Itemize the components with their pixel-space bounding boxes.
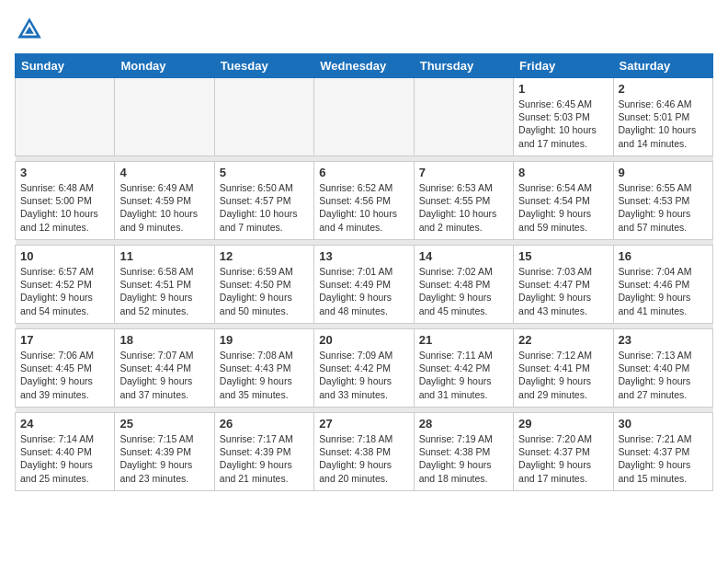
day-info: Sunrise: 6:48 AM Sunset: 5:00 PM Dayligh… — [20, 181, 109, 234]
day-number: 26 — [220, 417, 309, 431]
calendar-day-cell — [414, 78, 513, 156]
calendar-day-cell: 12Sunrise: 6:59 AM Sunset: 4:50 PM Dayli… — [214, 246, 313, 324]
day-info: Sunrise: 7:21 AM Sunset: 4:37 PM Dayligh… — [619, 432, 708, 485]
calendar-day-cell: 20Sunrise: 7:09 AM Sunset: 4:42 PM Dayli… — [314, 329, 414, 408]
calendar-day-cell: 30Sunrise: 7:21 AM Sunset: 4:37 PM Dayli… — [613, 413, 712, 491]
day-number: 16 — [619, 249, 708, 263]
calendar-day-cell: 13Sunrise: 7:01 AM Sunset: 4:49 PM Dayli… — [314, 246, 414, 324]
day-info: Sunrise: 6:53 AM Sunset: 4:55 PM Dayligh… — [419, 181, 508, 234]
calendar-week-row: 3Sunrise: 6:48 AM Sunset: 5:00 PM Daylig… — [16, 162, 713, 240]
page-header — [15, 15, 713, 44]
day-number: 10 — [20, 249, 109, 263]
day-number: 13 — [319, 249, 408, 263]
day-number: 30 — [619, 417, 708, 431]
calendar-day-cell: 19Sunrise: 7:08 AM Sunset: 4:43 PM Dayli… — [214, 329, 313, 408]
calendar-day-cell: 5Sunrise: 6:50 AM Sunset: 4:57 PM Daylig… — [214, 162, 313, 240]
day-number: 5 — [220, 166, 309, 179]
day-number: 25 — [119, 417, 209, 431]
calendar-day-cell: 17Sunrise: 7:06 AM Sunset: 4:45 PM Dayli… — [16, 329, 115, 408]
calendar-day-cell: 26Sunrise: 7:17 AM Sunset: 4:39 PM Dayli… — [214, 413, 313, 491]
calendar-day-cell: 29Sunrise: 7:20 AM Sunset: 4:37 PM Dayli… — [514, 413, 613, 491]
day-info: Sunrise: 7:13 AM Sunset: 4:40 PM Dayligh… — [619, 349, 708, 401]
day-number: 22 — [518, 333, 608, 347]
day-info: Sunrise: 6:52 AM Sunset: 4:56 PM Dayligh… — [319, 181, 408, 234]
day-info: Sunrise: 7:12 AM Sunset: 4:41 PM Dayligh… — [518, 349, 608, 401]
day-number: 27 — [319, 417, 408, 431]
calendar-day-cell: 25Sunrise: 7:15 AM Sunset: 4:39 PM Dayli… — [115, 413, 214, 491]
calendar-day-cell: 16Sunrise: 7:04 AM Sunset: 4:46 PM Dayli… — [613, 246, 712, 324]
calendar-day-cell: 9Sunrise: 6:55 AM Sunset: 4:53 PM Daylig… — [613, 162, 712, 240]
calendar-day-cell: 23Sunrise: 7:13 AM Sunset: 4:40 PM Dayli… — [613, 329, 712, 408]
weekday-header: Sunday — [16, 54, 115, 78]
calendar-day-cell: 8Sunrise: 6:54 AM Sunset: 4:54 PM Daylig… — [514, 162, 613, 240]
day-number: 6 — [319, 166, 408, 179]
calendar-day-cell: 18Sunrise: 7:07 AM Sunset: 4:44 PM Dayli… — [115, 329, 214, 408]
calendar-day-cell: 7Sunrise: 6:53 AM Sunset: 4:55 PM Daylig… — [414, 162, 513, 240]
weekday-header: Thursday — [414, 54, 513, 78]
weekday-header: Friday — [514, 54, 613, 78]
day-info: Sunrise: 7:11 AM Sunset: 4:42 PM Dayligh… — [419, 349, 508, 401]
day-info: Sunrise: 6:59 AM Sunset: 4:50 PM Dayligh… — [220, 265, 309, 317]
day-info: Sunrise: 6:45 AM Sunset: 5:03 PM Dayligh… — [518, 98, 608, 150]
weekday-header: Saturday — [613, 54, 712, 78]
calendar-day-cell: 4Sunrise: 6:49 AM Sunset: 4:59 PM Daylig… — [115, 162, 214, 240]
day-number: 9 — [619, 166, 708, 179]
calendar-day-cell — [214, 78, 313, 156]
calendar-day-cell: 3Sunrise: 6:48 AM Sunset: 5:00 PM Daylig… — [16, 162, 115, 240]
day-info: Sunrise: 7:01 AM Sunset: 4:49 PM Dayligh… — [319, 265, 408, 317]
day-info: Sunrise: 6:46 AM Sunset: 5:01 PM Dayligh… — [619, 98, 708, 150]
weekday-header: Tuesday — [214, 54, 313, 78]
day-info: Sunrise: 6:50 AM Sunset: 4:57 PM Dayligh… — [220, 181, 309, 234]
day-number: 11 — [119, 249, 209, 263]
weekday-header: Monday — [115, 54, 214, 78]
day-number: 2 — [619, 82, 708, 96]
day-info: Sunrise: 6:54 AM Sunset: 4:54 PM Dayligh… — [518, 181, 608, 234]
day-number: 3 — [20, 166, 109, 179]
calendar-day-cell: 1Sunrise: 6:45 AM Sunset: 5:03 PM Daylig… — [514, 78, 613, 156]
calendar-day-cell: 2Sunrise: 6:46 AM Sunset: 5:01 PM Daylig… — [613, 78, 712, 156]
day-number: 12 — [220, 249, 309, 263]
day-number: 23 — [619, 333, 708, 347]
day-number: 18 — [119, 333, 209, 347]
day-info: Sunrise: 7:03 AM Sunset: 4:47 PM Dayligh… — [518, 265, 608, 317]
day-info: Sunrise: 6:58 AM Sunset: 4:51 PM Dayligh… — [119, 265, 209, 317]
calendar-day-cell: 28Sunrise: 7:19 AM Sunset: 4:38 PM Dayli… — [414, 413, 513, 491]
calendar-day-cell — [16, 78, 115, 156]
day-number: 7 — [419, 166, 508, 179]
day-number: 1 — [518, 82, 608, 96]
calendar-week-row: 1Sunrise: 6:45 AM Sunset: 5:03 PM Daylig… — [16, 78, 713, 156]
day-number: 17 — [20, 333, 109, 347]
calendar-week-row: 24Sunrise: 7:14 AM Sunset: 4:40 PM Dayli… — [16, 413, 713, 491]
day-info: Sunrise: 7:09 AM Sunset: 4:42 PM Dayligh… — [319, 349, 408, 401]
day-info: Sunrise: 7:18 AM Sunset: 4:38 PM Dayligh… — [319, 432, 408, 485]
logo — [15, 15, 48, 44]
day-info: Sunrise: 7:17 AM Sunset: 4:39 PM Dayligh… — [220, 432, 309, 485]
calendar-day-cell: 6Sunrise: 6:52 AM Sunset: 4:56 PM Daylig… — [314, 162, 414, 240]
day-info: Sunrise: 7:04 AM Sunset: 4:46 PM Dayligh… — [619, 265, 708, 317]
day-number: 4 — [119, 166, 209, 179]
day-number: 28 — [419, 417, 508, 431]
day-number: 8 — [518, 166, 608, 179]
day-info: Sunrise: 7:19 AM Sunset: 4:38 PM Dayligh… — [419, 432, 508, 485]
calendar-day-cell: 24Sunrise: 7:14 AM Sunset: 4:40 PM Dayli… — [16, 413, 115, 491]
calendar-day-cell: 11Sunrise: 6:58 AM Sunset: 4:51 PM Dayli… — [115, 246, 214, 324]
day-info: Sunrise: 6:55 AM Sunset: 4:53 PM Dayligh… — [619, 181, 708, 234]
day-number: 24 — [20, 417, 109, 431]
weekday-header: Wednesday — [314, 54, 414, 78]
day-info: Sunrise: 6:49 AM Sunset: 4:59 PM Dayligh… — [119, 181, 209, 234]
calendar-day-cell: 14Sunrise: 7:02 AM Sunset: 4:48 PM Dayli… — [414, 246, 513, 324]
day-info: Sunrise: 7:08 AM Sunset: 4:43 PM Dayligh… — [220, 349, 309, 401]
day-number: 20 — [319, 333, 408, 347]
day-number: 21 — [419, 333, 508, 347]
day-info: Sunrise: 7:06 AM Sunset: 4:45 PM Dayligh… — [20, 349, 109, 401]
calendar-day-cell — [115, 78, 214, 156]
day-number: 15 — [518, 249, 608, 263]
day-number: 19 — [220, 333, 309, 347]
calendar-week-row: 10Sunrise: 6:57 AM Sunset: 4:52 PM Dayli… — [16, 246, 713, 324]
calendar-day-cell: 10Sunrise: 6:57 AM Sunset: 4:52 PM Dayli… — [16, 246, 115, 324]
day-info: Sunrise: 7:15 AM Sunset: 4:39 PM Dayligh… — [119, 432, 209, 485]
calendar-header-row: SundayMondayTuesdayWednesdayThursdayFrid… — [16, 54, 713, 78]
day-info: Sunrise: 7:14 AM Sunset: 4:40 PM Dayligh… — [20, 432, 109, 485]
logo-icon — [15, 15, 44, 44]
calendar-week-row: 17Sunrise: 7:06 AM Sunset: 4:45 PM Dayli… — [16, 329, 713, 408]
